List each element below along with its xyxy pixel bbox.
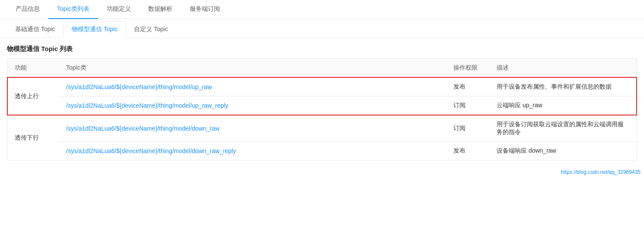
desc-cell: 云端响应 up_raw	[490, 96, 637, 115]
table-row: /sys/a1dl2NaLua6/${deviceName}/thing/mod…	[7, 96, 637, 115]
top-nav-tabs: 产品信息 Topic类列表 功能定义 数据解析 服务端订阅	[0, 0, 644, 19]
desc-cell: 设备端响应 down_raw	[490, 142, 637, 160]
top-nav: 产品信息 Topic类列表 功能定义 数据解析 服务端订阅	[0, 0, 644, 19]
tab-func-def[interactable]: 功能定义	[98, 0, 140, 19]
topic-table: 功能 Topic类 操作权限 描述 透传上行/sys/a1dl2NaLua6/$…	[7, 58, 637, 160]
col-header-desc: 描述	[490, 59, 637, 78]
tab-product-info[interactable]: 产品信息	[7, 0, 48, 19]
col-header-perm: 操作权限	[446, 59, 490, 78]
topic-cell: /sys/a1dl2NaLua6/${deviceName}/thing/mod…	[59, 115, 446, 142]
desc-cell: 用于设备订阅获取云端设置的属性和云端调用服务的指令	[490, 115, 637, 142]
perm-cell: 发布	[446, 142, 490, 160]
sub-nav-tabs: 基础通信 Topic 物模型通信 Topic 自定义 Topic	[0, 21, 644, 38]
sub-tab-thing-model[interactable]: 物模型通信 Topic	[64, 21, 126, 38]
table-wrapper: 功能 Topic类 操作权限 描述 透传上行/sys/a1dl2NaLua6/$…	[0, 58, 644, 167]
topic-cell: /sys/a1dl2NaLua6/${deviceName}/thing/mod…	[59, 77, 446, 96]
tab-topic-list[interactable]: Topic类列表	[48, 0, 98, 19]
topic-cell: /sys/a1dl2NaLua6/${deviceName}/thing/mod…	[59, 142, 446, 160]
table-row: 透传下行/sys/a1dl2NaLua6/${deviceName}/thing…	[7, 115, 637, 142]
table-row: 透传上行/sys/a1dl2NaLua6/${deviceName}/thing…	[7, 77, 637, 96]
func-cell: 透传上行	[7, 77, 59, 115]
perm-cell: 订阅	[446, 96, 490, 115]
table-row: /sys/a1dl2NaLua6/${deviceName}/thing/mod…	[7, 142, 637, 160]
bottom-link: https://blog.csdn.net/qq_32969435	[0, 167, 644, 177]
desc-cell: 用于设备发布属性、事件和扩展信息的数据	[490, 77, 637, 96]
sub-tab-basic[interactable]: 基础通信 Topic	[7, 21, 64, 38]
perm-cell: 订阅	[446, 115, 490, 142]
col-header-func: 功能	[7, 59, 59, 78]
tab-server-sub[interactable]: 服务端订阅	[181, 0, 229, 19]
topic-cell: /sys/a1dl2NaLua6/${deviceName}/thing/mod…	[59, 96, 446, 115]
table-header-row: 功能 Topic类 操作权限 描述	[7, 59, 637, 78]
section-title: 物模型通信 Topic 列表	[0, 38, 644, 58]
sub-tab-custom[interactable]: 自定义 Topic	[126, 21, 176, 38]
tab-data-analysis[interactable]: 数据解析	[140, 0, 181, 19]
func-cell: 透传下行	[7, 115, 59, 160]
col-header-topic: Topic类	[59, 59, 446, 78]
sub-nav: 基础通信 Topic 物模型通信 Topic 自定义 Topic	[0, 21, 644, 38]
perm-cell: 发布	[446, 77, 490, 96]
